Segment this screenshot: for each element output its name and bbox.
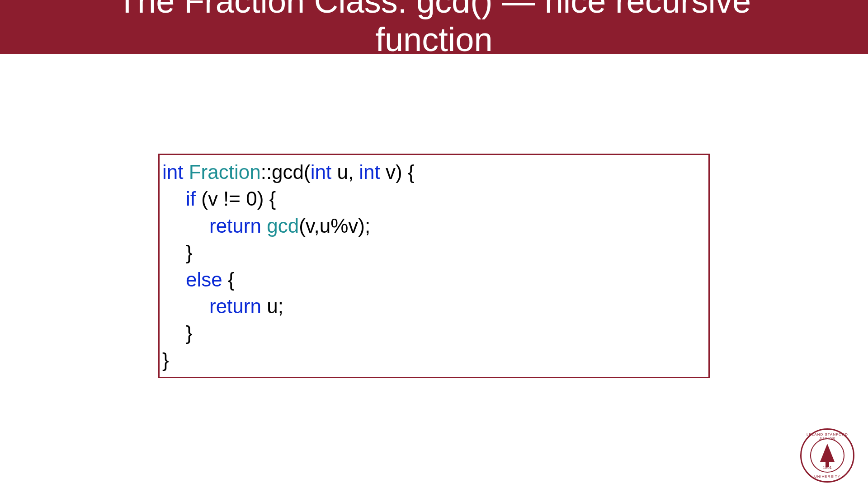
code-block: int Fraction::gcd(int u, int v) { if (v … xyxy=(158,154,710,378)
slide-title: The Fraction Class: gcd() — nice recursi… xyxy=(117,0,751,59)
title-line2: function xyxy=(117,20,751,59)
seal-year: 1891 xyxy=(823,465,832,470)
code-line-8: } xyxy=(162,347,704,373)
tree-icon xyxy=(820,444,835,462)
code-line-3: return gcd(v,u%v); xyxy=(162,212,704,239)
seal-text-bottom: UNIVERSITY xyxy=(802,474,853,479)
code-line-2: if (v != 0) { xyxy=(162,185,704,212)
code-line-1: int Fraction::gcd(int u, int v) { xyxy=(162,159,704,185)
title-line1: The Fraction Class: gcd() — nice recursi… xyxy=(117,0,751,20)
code-line-6: return u; xyxy=(162,293,704,319)
code-line-4: } xyxy=(162,239,704,266)
slide-body: int Fraction::gcd(int u, int v) { if (v … xyxy=(158,154,710,378)
stanford-seal-icon: LELAND STANFORD JUNIOR 1891 UNIVERSITY xyxy=(800,428,854,483)
code-line-5: else { xyxy=(162,266,704,293)
slide-header: The Fraction Class: gcd() — nice recursi… xyxy=(0,0,868,54)
code-line-7: } xyxy=(162,319,704,346)
